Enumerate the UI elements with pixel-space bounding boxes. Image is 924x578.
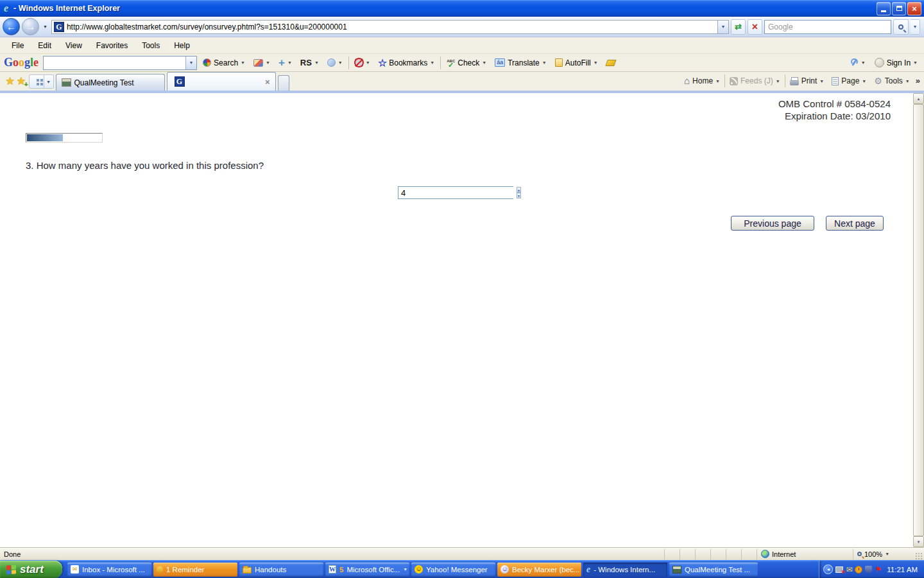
logo-letter: o (19, 56, 24, 69)
menu-favorites[interactable]: Favorites (90, 39, 134, 52)
google-search-dropdown[interactable]: ▼ (185, 57, 196, 69)
google-search-button[interactable]: Search ▼ (200, 57, 248, 69)
maximize-button[interactable] (892, 2, 906, 15)
print-button[interactable]: Print ▼ (787, 74, 828, 87)
up-arrow-icon: ▲ (517, 188, 520, 192)
popup-blocker-button[interactable]: ▼ (352, 57, 373, 68)
highlighter-button[interactable] (604, 58, 618, 67)
new-tab-stub[interactable] (278, 75, 289, 91)
scroll-up-button[interactable]: ▲ (913, 93, 924, 104)
survey-progress-bar (26, 133, 103, 143)
tray-messenger-icon[interactable] (865, 566, 872, 574)
tray-collapse-button[interactable]: ◄ (823, 565, 833, 574)
taskbar-item-ie[interactable]: e - Windows Intern... (583, 563, 667, 577)
search-button[interactable] (893, 19, 909, 35)
search-provider-dropdown[interactable]: ▼ (911, 19, 920, 35)
taskbar-item-im-becky[interactable]: ☺ Becky Marxer (bec... (497, 563, 581, 577)
taskbar-item-label: - Windows Intern... (594, 566, 655, 574)
stop-button[interactable]: × (748, 19, 762, 35)
share-button[interactable]: ▼ (325, 57, 345, 68)
refresh-button[interactable]: ⇄ (731, 19, 746, 35)
sign-in-button[interactable]: Sign In ▼ (872, 57, 920, 69)
photos-button[interactable]: ▼ (251, 58, 273, 68)
zoom-control[interactable]: 100% ▼ (853, 549, 914, 559)
translate-icon: áa (495, 58, 505, 67)
down-arrow-icon: ▼ (917, 540, 921, 544)
history-dropdown[interactable]: ▼ (41, 24, 49, 29)
window-title: - Windows Internet Explorer (13, 4, 875, 13)
menu-view[interactable]: View (59, 39, 89, 52)
more-toolbar-chevron[interactable]: » (914, 74, 923, 85)
logo-letter: o (13, 56, 19, 69)
translate-button[interactable]: áa Translate ▼ (492, 57, 549, 69)
rs-custom-button[interactable]: RS ▼ (298, 57, 321, 69)
tab-survey-active[interactable]: G × (167, 72, 276, 91)
taskbar-item-qualmeeting[interactable]: QualMeeting Test ... (669, 563, 758, 577)
previous-page-button[interactable]: Previous page (731, 216, 814, 231)
tab-close-icon[interactable]: × (265, 77, 270, 87)
minimize-button[interactable] (877, 2, 891, 15)
scrollbar-thumb[interactable] (913, 104, 924, 536)
stop-icon: × (752, 22, 758, 31)
spinner-up-button[interactable]: ▲ (517, 187, 521, 193)
tray-network-icon[interactable] (835, 566, 843, 573)
menu-tools[interactable]: Tools (135, 39, 166, 52)
tray-flag-icon[interactable]: ⚑ (875, 566, 882, 574)
add-button[interactable]: + ▼ (276, 57, 295, 68)
status-pane (664, 549, 680, 559)
spellcheck-icon: ABC ✓ (447, 59, 455, 67)
favorites-button[interactable]: ★ (5, 74, 15, 88)
menu-file[interactable]: File (5, 39, 30, 52)
taskbar-item-reminder[interactable]: 1 Reminder (153, 563, 237, 577)
answer-input[interactable] (398, 187, 517, 198)
tab-qualmeeting[interactable]: QualMeeting Test (56, 74, 165, 91)
google-search-box[interactable]: ▼ (43, 56, 197, 70)
command-bar: ⌂ Home ▼ Feeds (J) ▼ Print ▼ Page ▼ ⚙ To… (681, 74, 923, 91)
spellcheck-button[interactable]: ABC ✓ Check ▼ (444, 57, 489, 69)
tools-button[interactable]: ⚙ Tools ▼ (871, 74, 913, 87)
site-favicon: G (54, 22, 64, 32)
address-field[interactable]: G http://www.globaltestmarket.com/survey… (51, 20, 729, 34)
taskbar-item-label: 1 Reminder (166, 566, 204, 574)
survey-progress-fill (27, 134, 63, 141)
address-bar-row: ← → ▼ G http://www.globaltestmarket.com/… (0, 17, 924, 37)
bookmarks-button[interactable]: ★ Bookmarks ▼ (376, 57, 438, 69)
tab-list-dropdown[interactable]: ▼ (44, 74, 54, 89)
next-page-button[interactable]: Next page (826, 216, 884, 231)
url-text[interactable]: http://www.globaltestmarket.com/survey/o… (67, 22, 717, 31)
quick-tabs-button[interactable] (29, 74, 44, 89)
menu-edit[interactable]: Edit (31, 39, 58, 52)
vertical-scrollbar[interactable]: ▲ ▼ (913, 93, 924, 547)
status-pane (726, 549, 741, 559)
tools-label: Tools (885, 76, 903, 85)
tray-reminder-clock-icon[interactable] (855, 566, 862, 574)
taskbar-item-outlook-inbox[interactable]: ✉ Inbox - Microsoft ... (67, 563, 151, 577)
back-button[interactable]: ← (3, 18, 20, 35)
start-button[interactable]: start (0, 561, 62, 578)
add-favorite-button[interactable]: ★+ (16, 74, 26, 88)
taskbar-item-label: Becky Marxer (bec... (512, 566, 579, 574)
feeds-button[interactable]: Feeds (J) ▼ (726, 74, 783, 87)
close-button[interactable]: × (907, 2, 921, 15)
google-search-input[interactable] (44, 57, 185, 69)
address-dropdown[interactable]: ▼ (717, 21, 728, 33)
title-bar: e - Windows Internet Explorer × (0, 0, 924, 17)
spinner-down-button[interactable]: ▼ (517, 193, 521, 198)
maximize-icon (896, 6, 902, 11)
start-label: start (20, 563, 44, 576)
ie-icon: e (586, 565, 590, 575)
forward-button[interactable]: → (22, 18, 39, 35)
toolbar-settings-button[interactable]: ▼ (848, 57, 868, 68)
taskbar-item-handouts[interactable]: Handouts (239, 563, 323, 577)
taskbar-item-yahoo-messenger[interactable]: ☺ Yahoo! Messenger (411, 563, 495, 577)
tray-mail-icon[interactable]: ✉ (846, 566, 852, 574)
scroll-down-button[interactable]: ▼ (913, 536, 924, 547)
menu-help[interactable]: Help (167, 39, 196, 52)
autofill-button[interactable]: AutoFill ▼ (552, 57, 601, 69)
taskbar-item-word-group[interactable]: W 5 Microsoft Offic... ▼ (325, 563, 409, 577)
im-buddy-icon: ☺ (501, 565, 509, 574)
home-button[interactable]: ⌂ Home ▼ (681, 74, 723, 87)
bookmarks-label: Bookmarks (389, 58, 427, 67)
page-button[interactable]: Page ▼ (828, 74, 869, 87)
search-input[interactable] (764, 20, 891, 34)
